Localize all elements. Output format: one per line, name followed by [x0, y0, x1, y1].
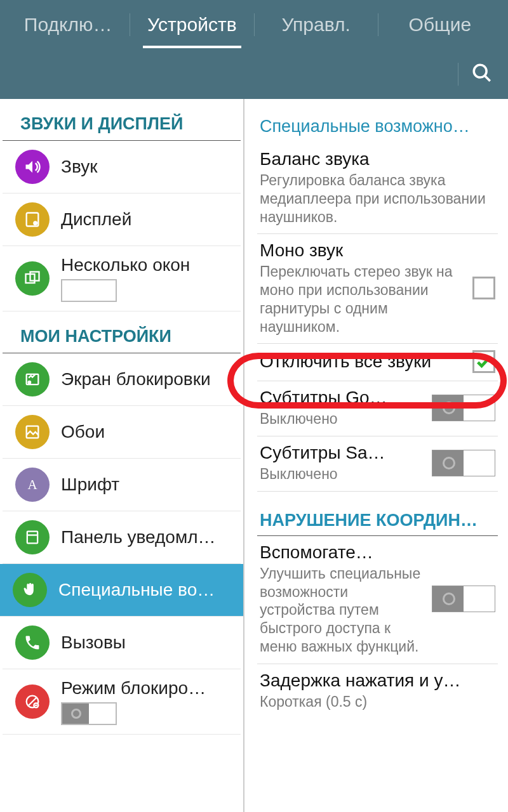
- sidebar-label: Звук: [61, 157, 228, 177]
- sidebar-item-accessibility[interactable]: Специальные во…: [0, 564, 243, 617]
- setting-title: Субтитры Sa…: [260, 443, 425, 463]
- setting-title: Баланс звука: [260, 149, 489, 169]
- tab-device[interactable]: Устройств: [130, 1, 253, 48]
- section-coordination: НАРУШЕНИЕ КООРДИН…: [257, 506, 498, 536]
- setting-desc: Регулировка баланса звука медиаплеера пр…: [260, 171, 489, 226]
- hand-icon: [13, 573, 47, 607]
- top-tabs: Подклю… Устройств Управл. Общие: [0, 0, 508, 49]
- svg-line-1: [485, 75, 490, 81]
- multiwindow-toggle[interactable]: [61, 279, 117, 302]
- sidebar-item-lockscreen[interactable]: Экран блокировки: [3, 353, 241, 406]
- font-icon: A: [15, 468, 50, 502]
- block-icon: [15, 684, 50, 719]
- google-subtitles-toggle[interactable]: [432, 395, 495, 421]
- samsung-subtitles-toggle[interactable]: [432, 450, 495, 476]
- svg-rect-8: [27, 426, 39, 438]
- search-icon[interactable]: [471, 62, 493, 86]
- svg-point-0: [474, 65, 486, 77]
- phone-icon: [15, 625, 50, 660]
- setting-title: Отключить все звуки: [260, 351, 466, 372]
- mute-checkbox[interactable]: [472, 350, 495, 373]
- setting-state: Выключено: [260, 465, 425, 483]
- sidebar-label: Специальные во…: [58, 580, 231, 600]
- setting-tap-hold-delay[interactable]: Задержка нажатия и у… Короткая (0.5 с): [257, 664, 498, 719]
- sidebar-label: Несколько окон: [61, 255, 228, 275]
- setting-desc: Переключать стерео звук на моно при испо…: [260, 263, 466, 336]
- mono-checkbox[interactable]: [472, 277, 495, 299]
- assistant-toggle[interactable]: [432, 586, 495, 612]
- settings-sidebar: ЗВУКИ И ДИСПЛЕЙ Звук Дисплей Несколько о…: [0, 99, 244, 812]
- svg-rect-10: [27, 532, 37, 544]
- svg-point-3: [34, 222, 37, 225]
- sidebar-label: Шрифт: [61, 475, 228, 495]
- setting-desc: Улучшить специальные возможности устройс…: [260, 565, 425, 656]
- sidebar-label: Экран блокировки: [61, 369, 228, 390]
- multiwindow-icon: [15, 261, 50, 296]
- panel-icon: [15, 520, 50, 554]
- setting-subtitles-samsung[interactable]: Субтитры Sa… Выключено: [257, 436, 498, 492]
- sidebar-item-calls[interactable]: Вызовы: [3, 617, 241, 669]
- sidebar-item-multiwindow[interactable]: Несколько окон: [3, 246, 241, 311]
- sidebar-item-display[interactable]: Дисплей: [3, 193, 241, 246]
- setting-title: Вспомогате…: [260, 542, 425, 563]
- tab-connections[interactable]: Подклю…: [6, 1, 130, 48]
- sidebar-item-wallpaper[interactable]: Обои: [3, 406, 241, 459]
- sidebar-item-blocking[interactable]: Режим блокиро…: [3, 669, 241, 735]
- display-icon: [15, 202, 50, 237]
- sidebar-label: Вызовы: [61, 632, 228, 653]
- sidebar-label: Обои: [61, 422, 228, 442]
- settings-detail: Специальные возможно… Баланс звука Регул…: [244, 99, 508, 812]
- setting-mono-audio[interactable]: Моно звук Переключать стерео звук на мон…: [257, 234, 498, 344]
- svg-text:A: A: [27, 477, 37, 492]
- lock-icon: [15, 362, 50, 396]
- sidebar-item-sound[interactable]: Звук: [3, 141, 241, 193]
- section-my-settings: МОИ НАСТРОЙКИ: [3, 311, 241, 353]
- setting-assistant-menu[interactable]: Вспомогате… Улучшить специальные возможн…: [257, 536, 498, 664]
- setting-mute-all[interactable]: Отключить все звуки: [257, 344, 498, 381]
- setting-title: Задержка нажатия и у…: [260, 671, 489, 691]
- setting-title: Моно звук: [260, 240, 466, 261]
- sidebar-label: Панель уведомл…: [61, 527, 228, 547]
- detail-header: Специальные возможно…: [257, 112, 498, 143]
- wallpaper-icon: [15, 415, 50, 449]
- setting-sound-balance[interactable]: Баланс звука Регулировка баланса звука м…: [257, 143, 498, 234]
- sound-icon: [15, 150, 50, 184]
- svg-point-7: [29, 381, 31, 384]
- setting-subtitles-google[interactable]: Субтитры Go… Выключено: [257, 381, 498, 436]
- sidebar-label: Режим блокиро…: [61, 678, 228, 698]
- setting-title: Субтитры Go…: [260, 388, 425, 408]
- sidebar-item-notifications[interactable]: Панель уведомл…: [3, 511, 241, 564]
- setting-state: Выключено: [260, 410, 425, 428]
- divider: [458, 63, 458, 86]
- blocking-toggle[interactable]: [61, 702, 117, 725]
- section-sounds-display: ЗВУКИ И ДИСПЛЕЙ: [3, 99, 241, 141]
- sidebar-label: Дисплей: [61, 209, 228, 230]
- tab-controls[interactable]: Управл.: [255, 1, 378, 48]
- setting-state: Короткая (0.5 с): [260, 693, 489, 711]
- sidebar-item-font[interactable]: A Шрифт: [3, 459, 241, 511]
- tab-general[interactable]: Общие: [378, 1, 502, 48]
